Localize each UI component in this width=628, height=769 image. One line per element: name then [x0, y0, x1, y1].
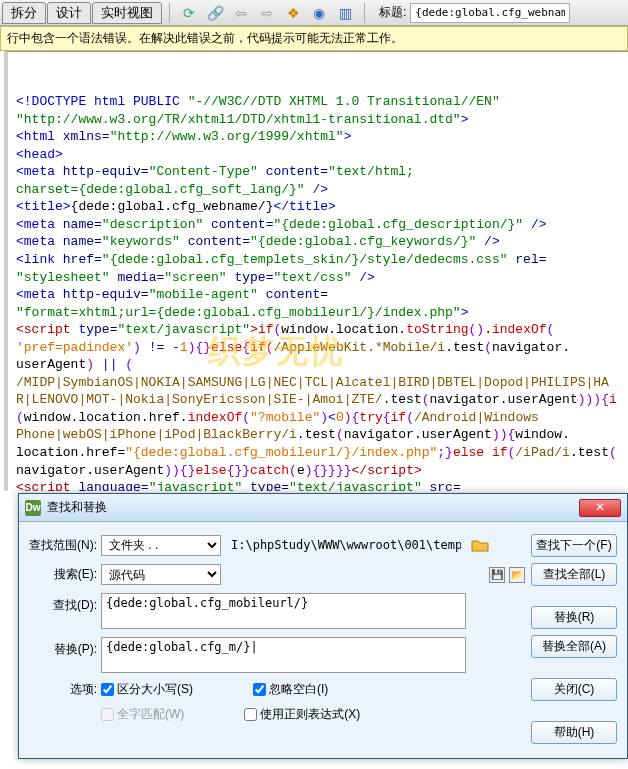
close-button[interactable]: ✕: [579, 499, 621, 517]
folder-icon[interactable]: [471, 537, 489, 553]
code-line[interactable]: <html xmlns="http://www.w3.org/1999/xhtm…: [16, 128, 620, 146]
dialog-titlebar[interactable]: Dw 查找和替换 ✕: [19, 494, 627, 522]
code-line[interactable]: <head>: [16, 146, 620, 164]
nav-back-icon[interactable]: ⇦: [232, 4, 250, 22]
code-line[interactable]: <script language="javascript" type="text…: [16, 479, 620, 491]
code-line[interactable]: <script type="text/javascript">if(window…: [16, 321, 620, 339]
close-dialog-button[interactable]: 关闭(C): [531, 678, 617, 701]
tab-split[interactable]: 拆分: [2, 2, 46, 24]
code-line[interactable]: "format=xhtml;url={dede:global.cfg_mobil…: [16, 304, 620, 322]
syntax-warning-bar: 行中包含一个语法错误。在解决此错误之前，代码提示可能无法正常工作。: [0, 26, 628, 51]
dialog-title-text: 查找和替换: [47, 499, 579, 516]
regex-checkbox[interactable]: 使用正则表达式(X): [244, 706, 360, 723]
wholeword-checkbox: 全字匹配(W): [101, 706, 184, 723]
find-all-button[interactable]: 查找全部(L): [531, 563, 617, 586]
path-input[interactable]: [227, 534, 465, 556]
code-line[interactable]: <!DOCTYPE html PUBLIC "-//W3C//DTD XHTML…: [16, 93, 620, 111]
title-input[interactable]: [410, 3, 570, 23]
whitespace-checkbox[interactable]: 忽略空白(I): [253, 681, 328, 698]
code-editor[interactable]: 织梦无忧 <!DOCTYPE html PUBLIC "-//W3C//DTD …: [4, 51, 628, 491]
replace-button[interactable]: 替换(R): [531, 606, 617, 629]
search-label: 搜索(E):: [29, 566, 101, 583]
load-query-icon[interactable]: 📂: [509, 567, 525, 583]
app-icon: Dw: [25, 500, 41, 516]
replace-all-button[interactable]: 替换全部(A): [531, 635, 617, 658]
find-input[interactable]: {dede:global.cfg_mobileurl/}: [101, 593, 466, 629]
inspect-icon[interactable]: ◉: [310, 4, 328, 22]
scope-label: 查找范围(N):: [29, 537, 101, 554]
main-toolbar: 拆分 设计 实时视图 ⟳ 🔗 ⇦ ⇨ ❖ ◉ ▥ 标题:: [0, 0, 628, 26]
replace-input[interactable]: {dede:global.cfg_m/}|: [101, 637, 466, 673]
code-line[interactable]: /MIDP|SymbianOS|NOKIA|SAMSUNG|LG|NEC|TCL…: [16, 374, 620, 392]
find-next-button[interactable]: 查找下一个(F): [531, 534, 617, 557]
code-line[interactable]: "stylesheet" media="screen" type="text/c…: [16, 269, 620, 287]
code-line[interactable]: R|LENOVO|MOT-|Nokia|SonyEricsson|SIE-|Am…: [16, 391, 620, 409]
separator: [169, 3, 170, 23]
link-icon[interactable]: 🔗: [206, 4, 224, 22]
tab-design[interactable]: 设计: [47, 2, 91, 24]
code-line[interactable]: <link href="{dede:global.cfg_templets_sk…: [16, 251, 620, 269]
code-line[interactable]: 'pref=padindex') != -1){}else{if(/AppleW…: [16, 339, 620, 357]
code-line[interactable]: Phone|webOS|iPhone|iPod|BlackBerry/i.tes…: [16, 426, 620, 444]
case-checkbox[interactable]: 区分大小写(S): [101, 681, 193, 698]
find-label: 查找(D):: [29, 593, 101, 614]
replace-label: 替换(P):: [29, 637, 101, 658]
code-line[interactable]: <title>{dede:global.cfg_webname/}</title…: [16, 198, 620, 216]
code-line[interactable]: <meta name="keywords" content="{dede:glo…: [16, 233, 620, 251]
find-replace-dialog: Dw 查找和替换 ✕ 查找范围(N): 文件夹 . . 搜索(E): 源代码 💾…: [18, 493, 628, 759]
options-label: 选项:: [29, 681, 101, 698]
save-query-icon[interactable]: 💾: [489, 567, 505, 583]
code-line[interactable]: (window.location.href.indexOf("?mobile")…: [16, 409, 620, 427]
code-line[interactable]: "http://www.w3.org/TR/xhtml1/DTD/xhtml1-…: [16, 111, 620, 129]
code-line[interactable]: charset={dede:global.cfg_soft_lang/}" />: [16, 181, 620, 199]
code-line[interactable]: <meta http-equiv="Content-Type" content=…: [16, 163, 620, 181]
separator: [364, 3, 365, 23]
title-label: 标题:: [379, 4, 406, 21]
tab-live[interactable]: 实时视图: [92, 2, 162, 24]
options-icon[interactable]: ▥: [336, 4, 354, 22]
code-line[interactable]: navigator.userAgent)){}else{}}catch(e){}…: [16, 462, 620, 480]
scope-select[interactable]: 文件夹 . .: [101, 535, 221, 556]
tag-icon[interactable]: ❖: [284, 4, 302, 22]
code-line[interactable]: <meta http-equiv="mobile-agent" content=: [16, 286, 620, 304]
code-line[interactable]: <meta name="description" content="{dede:…: [16, 216, 620, 234]
search-type-select[interactable]: 源代码: [101, 564, 221, 585]
help-button[interactable]: 帮助(H): [531, 721, 617, 744]
refresh-icon[interactable]: ⟳: [180, 4, 198, 22]
nav-fwd-icon[interactable]: ⇨: [258, 4, 276, 22]
code-line[interactable]: location.href="{dede:global.cfg_mobileur…: [16, 444, 620, 462]
code-line[interactable]: userAgent) || (: [16, 356, 620, 374]
